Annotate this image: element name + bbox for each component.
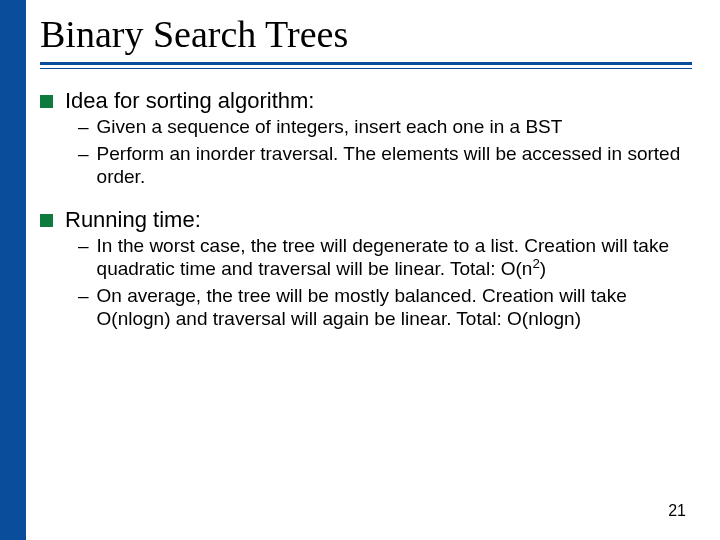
left-accent-bar: [0, 0, 26, 540]
slide-content: Binary Search Trees Idea for sorting alg…: [26, 0, 720, 540]
dash-icon: –: [78, 143, 89, 166]
sub-bullet: – On average, the tree will be mostly ba…: [78, 285, 692, 331]
title-underline: [40, 62, 692, 70]
slide-body: Idea for sorting algorithm: – Given a se…: [40, 88, 692, 330]
dash-icon: –: [78, 116, 89, 139]
bullet-2-sublist: – In the worst case, the tree will degen…: [78, 235, 692, 330]
superscript: 2: [532, 256, 539, 271]
sub-bullet-text: In the worst case, the tree will degener…: [97, 235, 692, 281]
text-part: In the worst case, the tree will degener…: [97, 235, 669, 279]
square-bullet-icon: [40, 95, 53, 108]
bullet-1: Idea for sorting algorithm:: [40, 88, 692, 114]
bullet-2-text: Running time:: [65, 207, 692, 233]
bullet-2: Running time:: [40, 207, 692, 233]
text-part: ): [540, 258, 546, 279]
sub-bullet-text: On average, the tree will be mostly bala…: [97, 285, 692, 331]
sub-bullet: – Given a sequence of integers, insert e…: [78, 116, 692, 139]
slide-title: Binary Search Trees: [40, 12, 692, 56]
square-bullet-icon: [40, 214, 53, 227]
dash-icon: –: [78, 235, 89, 258]
sub-bullet-text: Perform an inorder traversal. The elemen…: [97, 143, 692, 189]
sub-bullet: – Perform an inorder traversal. The elem…: [78, 143, 692, 189]
dash-icon: –: [78, 285, 89, 308]
page-number: 21: [668, 502, 686, 520]
bullet-1-text: Idea for sorting algorithm:: [65, 88, 692, 114]
sub-bullet: – In the worst case, the tree will degen…: [78, 235, 692, 281]
sub-bullet-text: Given a sequence of integers, insert eac…: [97, 116, 692, 139]
bullet-1-sublist: – Given a sequence of integers, insert e…: [78, 116, 692, 188]
